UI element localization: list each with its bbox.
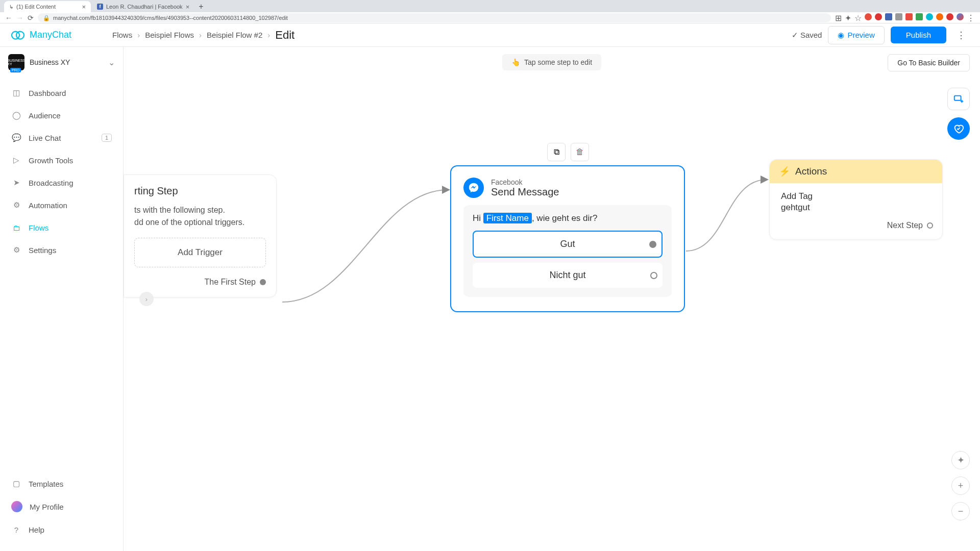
sidebar-item-automation[interactable]: ⚙Automation (0, 194, 123, 216)
sidebar-item-growth[interactable]: ▷Growth Tools (0, 149, 123, 171)
reply-button-gut[interactable]: Gut (473, 231, 663, 258)
logo-text: ManyChat (30, 30, 71, 40)
logo[interactable]: ManyChat (10, 28, 112, 43)
favorite-button[interactable] (947, 117, 970, 140)
breadcrumb: Flows › Beispiel Flows › Beispiel Flow #… (112, 29, 295, 42)
sidebar-item-help[interactable]: ?Help (0, 518, 123, 541)
badge: 1 (102, 134, 112, 142)
lock-icon: 🔒 (43, 15, 50, 21)
message-body[interactable]: Hi First Name, wie geht es dir? Gut Nich… (463, 205, 672, 297)
close-icon[interactable]: × (82, 3, 86, 11)
variable-chip: First Name (483, 213, 532, 223)
browser-tab[interactable]: f Leon R. Chaudhari | Facebook × (92, 1, 194, 12)
canvas-hint: 👆 Tap some step to edit (502, 54, 601, 70)
tab-title: Leon R. Chaudhari | Facebook (106, 4, 183, 10)
node-title: rting Step (134, 185, 266, 197)
tab-title: (1) Edit Content (16, 4, 56, 10)
account-switcher[interactable]: BUSINESS XYPRO Business XY ⌄ (0, 47, 123, 78)
sidebar: BUSINESS XYPRO Business XY ⌄ ◫Dashboard … (0, 47, 124, 551)
node-header: Facebook Send Message (463, 178, 672, 198)
preview-button[interactable]: ◉ Preview (828, 26, 884, 44)
account-name: Business XY (30, 58, 70, 66)
tap-icon: 👆 (511, 58, 520, 66)
saved-status: ✓ Saved (792, 31, 822, 40)
sidebar-item-livechat[interactable]: 💬Live Chat1 (0, 127, 123, 149)
node-toolbar: ⧉ 🗑 (547, 143, 589, 161)
svg-rect-2 (954, 96, 961, 101)
action-body: Add Tag gehtgut (770, 183, 942, 216)
add-trigger-button[interactable]: Add Trigger (134, 238, 266, 267)
reload-icon[interactable]: ⟳ (28, 14, 34, 22)
manychat-logo-icon (10, 28, 26, 43)
avatar (11, 501, 22, 512)
browser-chrome: ↳ (1) Edit Content × f Leon R. Chaudhari… (0, 0, 980, 23)
forward-icon[interactable]: → (16, 14, 23, 22)
growth-icon: ▷ (11, 155, 21, 165)
back-icon[interactable]: ← (5, 14, 12, 22)
sidebar-item-settings[interactable]: ⚙Settings (0, 239, 123, 261)
chevron-right-icon: › (199, 31, 202, 39)
goto-basic-builder-button[interactable]: Go To Basic Builder (888, 54, 970, 71)
check-icon: ✓ (792, 31, 798, 40)
gear-icon: ⚙ (11, 245, 21, 255)
output-port[interactable] (260, 279, 266, 285)
output-port[interactable] (927, 222, 933, 229)
breadcrumb-item[interactable]: Beispiel Flows (145, 31, 194, 39)
flows-icon: 🗀 (11, 222, 21, 233)
automation-icon: ⚙ (11, 200, 21, 210)
eye-icon: ◉ (838, 31, 844, 40)
sidebar-item-audience[interactable]: ◯Audience (0, 104, 123, 127)
nav-bottom: ▢Templates My Profile ?Help (0, 468, 123, 551)
node-send-message[interactable]: Facebook Send Message Hi First Name, wie… (450, 165, 685, 312)
messenger-icon (463, 178, 484, 198)
app-header: ManyChat Flows › Beispiel Flows › Beispi… (0, 23, 980, 47)
next-step-row: Next Step (770, 216, 942, 230)
output-port[interactable] (650, 272, 657, 279)
help-icon: ? (11, 524, 21, 535)
node-starting-step[interactable]: rting Step ts with the following step.dd… (124, 174, 277, 297)
browser-tab-active[interactable]: ↳ (1) Edit Content × (4, 1, 91, 12)
new-tab-button[interactable]: + (199, 2, 203, 12)
broadcast-icon: ➤ (11, 178, 21, 188)
chevron-right-icon: › (267, 31, 270, 39)
auto-arrange-button[interactable]: ✦ (951, 451, 970, 469)
account-avatar: BUSINESS XYPRO (8, 54, 24, 70)
flow-canvas[interactable]: 👆 Tap some step to edit Go To Basic Buil… (124, 47, 980, 551)
chat-icon: 💬 (11, 133, 21, 143)
node-title: Actions (795, 166, 827, 177)
output-port[interactable] (649, 241, 656, 248)
add-card-button[interactable] (947, 88, 970, 110)
node-header: ⚡ Actions (770, 160, 942, 183)
node-description: ts with the following step.dd one of the… (134, 204, 266, 229)
close-icon[interactable]: × (186, 3, 190, 11)
bolt-icon: ⚡ (779, 166, 790, 177)
breadcrumb-item[interactable]: Flows (112, 31, 132, 39)
first-step-row: The First Step (134, 278, 266, 287)
svg-point-1 (16, 31, 24, 39)
sidebar-item-templates[interactable]: ▢Templates (0, 472, 123, 495)
sidebar-item-dashboard[interactable]: ◫Dashboard (0, 82, 123, 104)
node-title: Send Message (491, 186, 559, 198)
delete-button[interactable]: 🗑 (571, 143, 589, 161)
message-text: Hi First Name, wie geht es dir? (473, 213, 663, 223)
publish-button[interactable]: Publish (891, 27, 946, 43)
expand-handle[interactable]: › (139, 292, 154, 306)
duplicate-button[interactable]: ⧉ (547, 143, 566, 161)
zoom-out-button[interactable]: − (951, 502, 970, 520)
sidebar-item-profile[interactable]: My Profile (0, 495, 123, 518)
node-actions[interactable]: ⚡ Actions Add Tag gehtgut Next Step (769, 159, 943, 240)
sidebar-item-flows[interactable]: 🗀Flows (0, 216, 123, 239)
tab-strip: ↳ (1) Edit Content × f Leon R. Chaudhari… (0, 0, 980, 12)
more-menu-button[interactable]: ⋮ (952, 28, 970, 43)
zoom-in-button[interactable]: + (951, 477, 970, 495)
breadcrumb-item[interactable]: Beispiel Flow #2 (207, 31, 262, 39)
reply-button-nicht-gut[interactable]: Nicht gut (473, 263, 663, 288)
extensions: ⊞✦☆ ⋮ (835, 13, 975, 23)
sidebar-item-broadcasting[interactable]: ➤Broadcasting (0, 171, 123, 194)
address-bar[interactable]: 🔒 manychat.com/fb181039443240309/cms/fil… (38, 13, 831, 22)
url-bar: ← → ⟳ 🔒 manychat.com/fb181039443240309/c… (0, 12, 980, 23)
breadcrumb-current: Edit (275, 29, 295, 42)
header-actions: ✓ Saved ◉ Preview Publish ⋮ (792, 26, 970, 44)
chevron-down-icon: ⌄ (108, 58, 115, 67)
nav: ◫Dashboard ◯Audience 💬Live Chat1 ▷Growth… (0, 78, 123, 265)
